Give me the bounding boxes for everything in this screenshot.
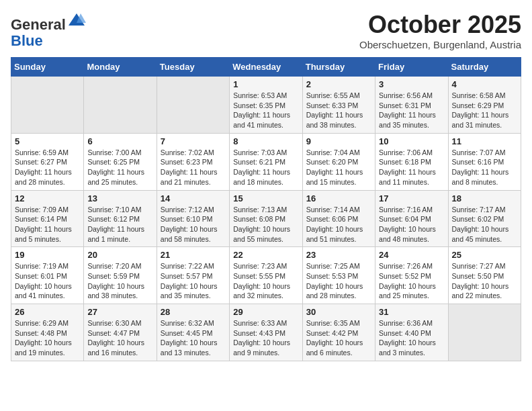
calendar-cell: 15Sunrise: 7:13 AMSunset: 6:08 PMDayligh… xyxy=(230,190,302,247)
calendar-cell: 27Sunrise: 6:30 AMSunset: 4:47 PMDayligh… xyxy=(84,304,157,361)
calendar-cell: 25Sunrise: 7:27 AMSunset: 5:50 PMDayligh… xyxy=(448,247,521,304)
day-detail: Sunrise: 7:02 AMSunset: 6:23 PMDaylight:… xyxy=(161,148,226,187)
calendar-cell: 17Sunrise: 7:16 AMSunset: 6:04 PMDayligh… xyxy=(375,190,448,247)
day-detail: Sunrise: 7:17 AMSunset: 6:02 PMDaylight:… xyxy=(452,205,517,244)
calendar-table: SundayMondayTuesdayWednesdayThursdayFrid… xyxy=(11,57,521,361)
calendar-cell: 5Sunrise: 6:59 AMSunset: 6:27 PMDaylight… xyxy=(11,133,84,190)
page-header: General Blue October 2025 Oberschuetzen,… xyxy=(11,11,521,50)
calendar-cell: 14Sunrise: 7:12 AMSunset: 6:10 PMDayligh… xyxy=(157,190,229,247)
day-detail: Sunrise: 7:22 AMSunset: 5:57 PMDaylight:… xyxy=(161,261,226,301)
day-detail: Sunrise: 6:55 AMSunset: 6:33 PMDaylight:… xyxy=(306,91,371,130)
col-header-tuesday: Tuesday xyxy=(157,58,229,77)
header-row: SundayMondayTuesdayWednesdayThursdayFrid… xyxy=(11,58,521,77)
day-number: 8 xyxy=(233,136,298,146)
day-number: 29 xyxy=(233,307,298,317)
calendar-cell: 28Sunrise: 6:32 AMSunset: 4:45 PMDayligh… xyxy=(157,304,229,361)
day-detail: Sunrise: 7:09 AMSunset: 6:14 PMDaylight:… xyxy=(15,205,80,244)
calendar-cell: 29Sunrise: 6:33 AMSunset: 4:43 PMDayligh… xyxy=(230,304,302,361)
calendar-cell xyxy=(84,77,157,134)
day-number: 2 xyxy=(306,79,371,89)
day-number: 13 xyxy=(87,193,152,203)
day-detail: Sunrise: 6:36 AMSunset: 4:40 PMDaylight:… xyxy=(379,318,444,358)
day-number: 15 xyxy=(233,193,298,203)
day-detail: Sunrise: 7:06 AMSunset: 6:18 PMDaylight:… xyxy=(379,148,444,187)
month-title: October 2025 xyxy=(359,11,521,39)
calendar-cell: 21Sunrise: 7:22 AMSunset: 5:57 PMDayligh… xyxy=(157,247,229,304)
day-number: 3 xyxy=(379,79,444,89)
title-block: October 2025 Oberschuetzen, Burgenland, … xyxy=(359,11,521,50)
calendar-cell xyxy=(448,304,521,361)
day-number: 28 xyxy=(161,307,226,317)
calendar-cell: 19Sunrise: 7:19 AMSunset: 6:01 PMDayligh… xyxy=(11,247,84,304)
day-number: 31 xyxy=(379,307,444,317)
day-detail: Sunrise: 7:03 AMSunset: 6:21 PMDaylight:… xyxy=(233,148,298,187)
calendar-cell: 20Sunrise: 7:20 AMSunset: 5:59 PMDayligh… xyxy=(84,247,157,304)
col-header-thursday: Thursday xyxy=(302,58,375,77)
day-number: 16 xyxy=(306,193,371,203)
day-detail: Sunrise: 6:58 AMSunset: 6:29 PMDaylight:… xyxy=(452,91,517,130)
day-detail: Sunrise: 7:26 AMSunset: 5:52 PMDaylight:… xyxy=(379,261,444,301)
day-number: 21 xyxy=(161,250,226,260)
day-number: 26 xyxy=(15,307,80,317)
day-detail: Sunrise: 7:07 AMSunset: 6:16 PMDaylight:… xyxy=(452,148,517,187)
calendar-cell: 26Sunrise: 6:29 AMSunset: 4:48 PMDayligh… xyxy=(11,304,84,361)
day-detail: Sunrise: 6:56 AMSunset: 6:31 PMDaylight:… xyxy=(379,91,444,130)
week-row-2: 5Sunrise: 6:59 AMSunset: 6:27 PMDaylight… xyxy=(11,133,521,190)
col-header-saturday: Saturday xyxy=(448,58,521,77)
day-detail: Sunrise: 7:13 AMSunset: 6:08 PMDaylight:… xyxy=(233,205,298,244)
day-number: 6 xyxy=(87,136,152,146)
day-detail: Sunrise: 7:25 AMSunset: 5:53 PMDaylight:… xyxy=(306,261,371,301)
day-detail: Sunrise: 7:00 AMSunset: 6:25 PMDaylight:… xyxy=(87,148,152,187)
day-detail: Sunrise: 7:14 AMSunset: 6:06 PMDaylight:… xyxy=(306,205,371,244)
day-number: 23 xyxy=(306,250,371,260)
calendar-cell: 22Sunrise: 7:23 AMSunset: 5:55 PMDayligh… xyxy=(230,247,302,304)
calendar-cell: 18Sunrise: 7:17 AMSunset: 6:02 PMDayligh… xyxy=(448,190,521,247)
day-detail: Sunrise: 6:32 AMSunset: 4:45 PMDaylight:… xyxy=(161,318,226,358)
week-row-3: 12Sunrise: 7:09 AMSunset: 6:14 PMDayligh… xyxy=(11,190,521,247)
logo-blue: Blue xyxy=(11,32,43,49)
day-detail: Sunrise: 7:19 AMSunset: 6:01 PMDaylight:… xyxy=(15,261,80,301)
calendar-cell xyxy=(157,77,229,134)
calendar-cell: 10Sunrise: 7:06 AMSunset: 6:18 PMDayligh… xyxy=(375,133,448,190)
day-detail: Sunrise: 7:12 AMSunset: 6:10 PMDaylight:… xyxy=(161,205,226,244)
day-number: 1 xyxy=(233,79,298,89)
week-row-1: 1Sunrise: 6:53 AMSunset: 6:35 PMDaylight… xyxy=(11,77,521,134)
calendar-cell: 1Sunrise: 6:53 AMSunset: 6:35 PMDaylight… xyxy=(230,77,302,134)
logo-general: General xyxy=(11,16,66,33)
calendar-cell: 12Sunrise: 7:09 AMSunset: 6:14 PMDayligh… xyxy=(11,190,84,247)
day-number: 18 xyxy=(452,193,517,203)
day-number: 30 xyxy=(306,307,371,317)
day-detail: Sunrise: 7:10 AMSunset: 6:12 PMDaylight:… xyxy=(87,205,152,244)
day-detail: Sunrise: 6:59 AMSunset: 6:27 PMDaylight:… xyxy=(15,148,80,187)
week-row-4: 19Sunrise: 7:19 AMSunset: 6:01 PMDayligh… xyxy=(11,247,521,304)
location-subtitle: Oberschuetzen, Burgenland, Austria xyxy=(359,39,521,50)
day-detail: Sunrise: 7:04 AMSunset: 6:20 PMDaylight:… xyxy=(306,148,371,187)
calendar-cell: 8Sunrise: 7:03 AMSunset: 6:21 PMDaylight… xyxy=(230,133,302,190)
day-detail: Sunrise: 7:27 AMSunset: 5:50 PMDaylight:… xyxy=(452,261,517,301)
calendar-cell: 7Sunrise: 7:02 AMSunset: 6:23 PMDaylight… xyxy=(157,133,229,190)
col-header-sunday: Sunday xyxy=(11,58,84,77)
calendar-cell: 16Sunrise: 7:14 AMSunset: 6:06 PMDayligh… xyxy=(302,190,375,247)
calendar-cell: 4Sunrise: 6:58 AMSunset: 6:29 PMDaylight… xyxy=(448,77,521,134)
col-header-wednesday: Wednesday xyxy=(230,58,302,77)
day-detail: Sunrise: 6:35 AMSunset: 4:42 PMDaylight:… xyxy=(306,318,371,358)
day-number: 12 xyxy=(15,193,80,203)
day-number: 22 xyxy=(233,250,298,260)
day-detail: Sunrise: 7:20 AMSunset: 5:59 PMDaylight:… xyxy=(87,261,152,301)
calendar-cell: 2Sunrise: 6:55 AMSunset: 6:33 PMDaylight… xyxy=(302,77,375,134)
calendar-cell: 31Sunrise: 6:36 AMSunset: 4:40 PMDayligh… xyxy=(375,304,448,361)
day-number: 24 xyxy=(379,250,444,260)
calendar-cell: 6Sunrise: 7:00 AMSunset: 6:25 PMDaylight… xyxy=(84,133,157,190)
day-number: 7 xyxy=(161,136,226,146)
day-number: 9 xyxy=(306,136,371,146)
day-detail: Sunrise: 7:16 AMSunset: 6:04 PMDaylight:… xyxy=(379,205,444,244)
logo: General Blue xyxy=(11,11,86,49)
day-number: 25 xyxy=(452,250,517,260)
day-number: 19 xyxy=(15,250,80,260)
day-number: 17 xyxy=(379,193,444,203)
day-number: 5 xyxy=(15,136,80,146)
week-row-5: 26Sunrise: 6:29 AMSunset: 4:48 PMDayligh… xyxy=(11,304,521,361)
day-detail: Sunrise: 6:30 AMSunset: 4:47 PMDaylight:… xyxy=(87,318,152,358)
calendar-cell: 30Sunrise: 6:35 AMSunset: 4:42 PMDayligh… xyxy=(302,304,375,361)
col-header-friday: Friday xyxy=(375,58,448,77)
